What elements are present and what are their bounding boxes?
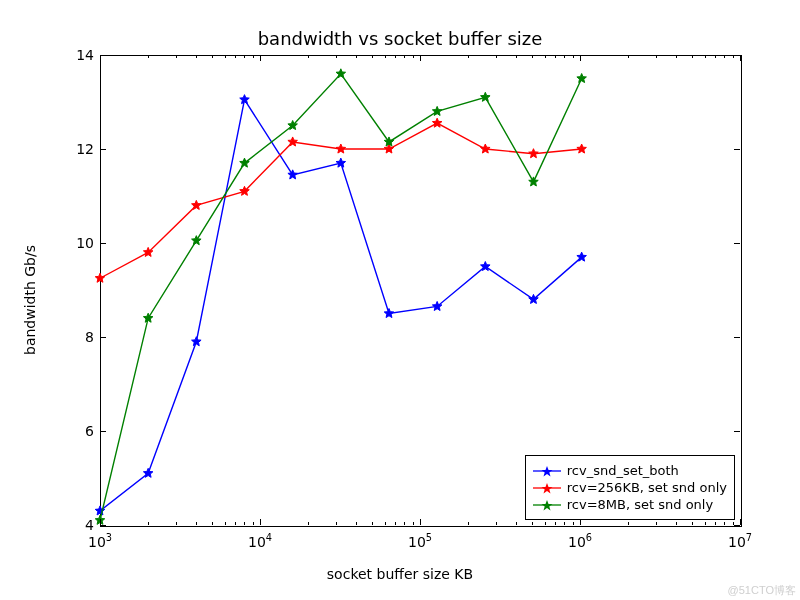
watermark: @51CTO博客: [728, 583, 796, 598]
legend-item: rcv=8MB, set snd only: [533, 497, 727, 512]
y-tick-label: 12: [70, 141, 94, 157]
y-axis-label: bandwidth Gb/s: [20, 0, 40, 600]
legend-item: rcv_snd_set_both: [533, 463, 727, 478]
y-tick-label: 10: [70, 235, 94, 251]
legend: rcv_snd_set_both rcv=256KB, set snd only…: [525, 455, 735, 520]
x-tick-label: 105: [408, 532, 432, 550]
x-tick-label: 103: [88, 532, 112, 550]
y-tick-label: 8: [70, 329, 94, 345]
chart-title: bandwidth vs socket buffer size: [0, 28, 800, 49]
legend-swatch: [533, 464, 561, 478]
legend-swatch: [533, 481, 561, 495]
legend-item: rcv=256KB, set snd only: [533, 480, 727, 495]
x-axis-label: socket buffer size KB: [0, 566, 800, 582]
y-tick-label: 6: [70, 423, 94, 439]
legend-label: rcv=8MB, set snd only: [567, 497, 713, 512]
x-tick-label: 104: [248, 532, 272, 550]
x-tick-label: 107: [728, 532, 752, 550]
chart-figure: bandwidth vs socket buffer size bandwidt…: [0, 0, 800, 600]
y-tick-label: 4: [70, 517, 94, 533]
series-line: [100, 74, 582, 521]
legend-label: rcv=256KB, set snd only: [567, 480, 727, 495]
legend-label: rcv_snd_set_both: [567, 463, 679, 478]
y-tick-label: 14: [70, 47, 94, 63]
x-tick-label: 106: [568, 532, 592, 550]
legend-swatch: [533, 498, 561, 512]
